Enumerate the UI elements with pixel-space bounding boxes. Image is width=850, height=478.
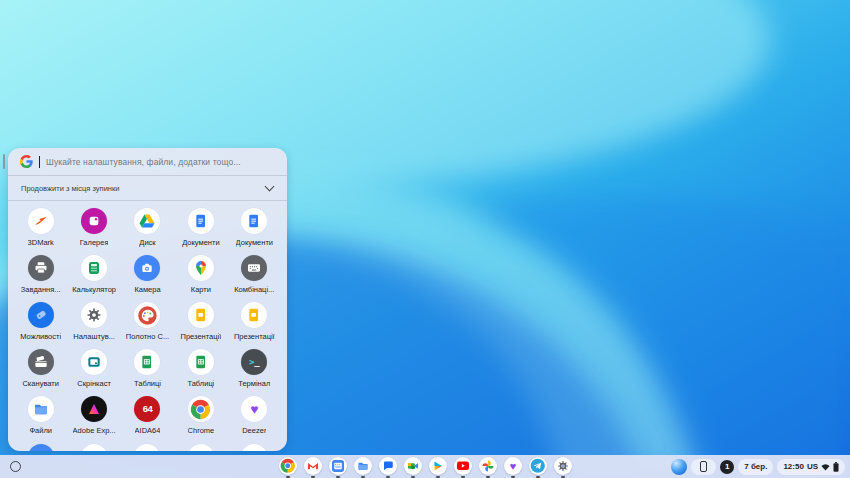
- continue-label: Продовжити з місця зупинки: [21, 184, 119, 193]
- app-item[interactable]: [14, 444, 67, 451]
- app-item[interactable]: Камера: [121, 255, 174, 301]
- app-item[interactable]: [174, 444, 227, 451]
- shelf-app-chat[interactable]: [379, 457, 397, 478]
- app-label: Диск: [139, 238, 155, 247]
- app-item[interactable]: Сканувати: [14, 349, 67, 395]
- app-item[interactable]: Калькулятор: [67, 255, 120, 301]
- slides-icon: [241, 302, 267, 328]
- app-label: Полотно C...: [126, 332, 169, 341]
- running-indicator: [486, 476, 490, 478]
- shelf-app-chrome[interactable]: [279, 457, 297, 478]
- app-grid: 3DMarkГалереяДискДокументиДокументиЗавда…: [8, 201, 287, 442]
- app-item[interactable]: Налаштув...: [67, 302, 120, 348]
- phone-icon: [700, 461, 707, 472]
- chat-icon: [379, 457, 397, 475]
- shelf-app-webstore[interactable]: [329, 457, 347, 478]
- launcher-panel: Шукайте налаштування, файли, додатки тощ…: [8, 148, 287, 451]
- meet-icon: [404, 457, 422, 475]
- files-icon: [28, 396, 54, 422]
- app-label: Можливості: [20, 332, 61, 341]
- app-label: AIDA64: [135, 426, 161, 435]
- user-avatar[interactable]: [671, 459, 687, 475]
- explore-icon: [28, 302, 54, 328]
- app-item[interactable]: 64AIDA64: [121, 396, 174, 442]
- phone-hub-button[interactable]: [691, 459, 716, 475]
- telegram-icon: [529, 457, 547, 475]
- search-placeholder: Шукайте налаштування, файли, додатки тощ…: [46, 157, 241, 167]
- app-item[interactable]: Таблиці: [174, 349, 227, 395]
- running-indicator: [311, 476, 315, 478]
- shelf-app-telegram[interactable]: [529, 457, 547, 478]
- app-item[interactable]: 3DMark: [14, 208, 67, 254]
- print-jobs-icon: [28, 255, 54, 281]
- deezer-icon: ♥: [504, 457, 522, 475]
- app-item[interactable]: >_Термінал: [228, 349, 281, 395]
- shelf-app-gmail[interactable]: [304, 457, 322, 478]
- google-g-icon: [20, 155, 33, 168]
- camera-icon: [134, 255, 160, 281]
- app-item[interactable]: Chrome: [174, 396, 227, 442]
- app-label: Налаштув...: [73, 332, 115, 341]
- launcher-search-input[interactable]: Шукайте налаштування, файли, додатки тощ…: [8, 148, 287, 175]
- app-label: Презентації: [234, 332, 275, 341]
- app-item[interactable]: Adobe Exp...: [67, 396, 120, 442]
- app-item[interactable]: Презентації: [228, 302, 281, 348]
- running-indicator: [336, 476, 340, 478]
- app-item[interactable]: [228, 444, 281, 451]
- app-item[interactable]: Комбінаці...: [228, 255, 281, 301]
- shelf-app-files[interactable]: [354, 457, 372, 478]
- running-indicator: [386, 476, 390, 478]
- terminal-icon: >_: [241, 349, 267, 375]
- app-item[interactable]: [67, 444, 120, 451]
- partial-green-photo-icon: [81, 444, 107, 451]
- app-item[interactable]: Скрінкаст: [67, 349, 120, 395]
- app-label: Документи: [182, 238, 219, 247]
- chrome-icon: [188, 396, 214, 422]
- status-tray: 1 7 бер. 12:50 US: [671, 455, 845, 478]
- partial-blue-dots-icon: [28, 444, 54, 451]
- app-item[interactable]: ♥Deezer: [228, 396, 281, 442]
- adobe-express-icon: [81, 396, 107, 422]
- shelf-app-deezer[interactable]: ♥: [504, 457, 522, 478]
- date-button[interactable]: 7 бер.: [738, 459, 773, 475]
- app-item[interactable]: Диск: [121, 208, 174, 254]
- app-label: Сканувати: [22, 379, 58, 388]
- app-item[interactable]: Таблиці: [121, 349, 174, 395]
- app-item[interactable]: Можливості: [14, 302, 67, 348]
- partial-green-arrow-icon: [134, 444, 160, 451]
- app-item[interactable]: Полотно C...: [121, 302, 174, 348]
- playstore-icon: [429, 457, 447, 475]
- running-indicator: [361, 476, 365, 478]
- launcher-button[interactable]: [10, 461, 21, 472]
- app-item[interactable]: Презентації: [174, 302, 227, 348]
- clock-label: 12:50: [783, 462, 803, 471]
- running-indicator: [561, 476, 565, 478]
- notification-counter[interactable]: 1: [720, 460, 734, 474]
- app-item[interactable]: Файли: [14, 396, 67, 442]
- app-item[interactable]: Документи: [174, 208, 227, 254]
- input-method-label: US: [807, 462, 818, 471]
- app-label: 3DMark: [28, 238, 54, 247]
- battery-icon: [833, 462, 839, 472]
- app-item[interactable]: [121, 444, 174, 451]
- app-label: Документи: [236, 238, 273, 247]
- app-label: Файли: [29, 426, 52, 435]
- app-item[interactable]: Документи: [228, 208, 281, 254]
- continue-section-toggle[interactable]: Продовжити з місця зупинки: [8, 176, 287, 200]
- screencast-icon: [81, 349, 107, 375]
- chevron-down-icon: [265, 182, 275, 192]
- wifi-icon: [821, 463, 830, 471]
- shelf-app-youtube[interactable]: [454, 457, 472, 478]
- shelf-app-playstore[interactable]: [429, 457, 447, 478]
- calculator-icon: [81, 255, 107, 281]
- app-item[interactable]: Галерея: [67, 208, 120, 254]
- sheets-icon: [134, 349, 160, 375]
- shelf-app-photos[interactable]: [479, 457, 497, 478]
- youtube-icon: [454, 457, 472, 475]
- app-item[interactable]: Карти: [174, 255, 227, 301]
- shelf-app-settings-shelf[interactable]: [554, 457, 572, 478]
- app-item[interactable]: Завдання...: [14, 255, 67, 301]
- photos-icon: [479, 457, 497, 475]
- system-tray-button[interactable]: 12:50 US: [777, 459, 845, 475]
- shelf-app-meet[interactable]: [404, 457, 422, 478]
